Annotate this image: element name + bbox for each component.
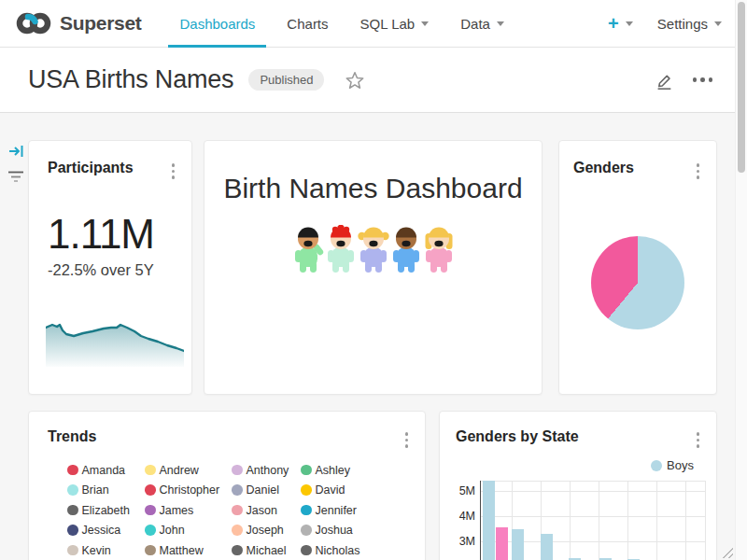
legend-dot <box>301 525 312 536</box>
legend-item[interactable]: Jason <box>232 504 301 517</box>
settings-menu[interactable]: Settings <box>657 16 722 32</box>
nav-item-charts[interactable]: Charts <box>275 0 339 47</box>
published-badge[interactable]: Published <box>248 69 324 91</box>
legend-dot <box>145 505 156 516</box>
new-item-button[interactable]: + <box>608 14 633 33</box>
legend-item[interactable]: Nicholas <box>301 544 425 557</box>
legend-item[interactable]: Anthony <box>232 464 301 477</box>
bar-boys[interactable] <box>541 534 553 560</box>
legend-item[interactable]: Kevin <box>67 544 145 557</box>
legend-dot <box>145 465 156 476</box>
legend-item[interactable]: Jessica <box>67 524 145 537</box>
superset-logo[interactable]: Superset <box>15 10 141 36</box>
legend-item[interactable]: Brian <box>67 483 145 497</box>
card-genders: Genders <box>558 140 717 395</box>
legend-item[interactable]: Daniel <box>232 483 301 497</box>
nav-item-dashboards[interactable]: Dashboards <box>168 0 266 47</box>
infinity-logo-icon <box>15 10 52 36</box>
page-scrollbar <box>735 0 747 560</box>
more-options-kebab[interactable] <box>170 160 177 183</box>
superset-dashboard-screen: Superset Dashboards Charts SQL Lab Data … <box>0 0 747 560</box>
kid-blonde-pigtails-purple <box>358 225 389 277</box>
nav-menu: Dashboards Charts SQL Lab Data <box>163 0 519 47</box>
legend-item[interactable]: John <box>145 524 232 537</box>
legend-item[interactable]: Christopher <box>145 483 232 497</box>
legend-dot <box>232 484 243 496</box>
brand-name: Superset <box>60 12 141 35</box>
favorite-star-icon[interactable] <box>345 70 365 91</box>
legend-item[interactable]: James <box>145 504 232 517</box>
legend-dot <box>232 505 243 516</box>
page-title: USA Births Names <box>28 65 233 94</box>
nav-right: + Settings <box>608 14 722 33</box>
y-axis-tick: 3M <box>445 535 475 548</box>
chevron-down-icon <box>497 21 504 26</box>
legend-item[interactable]: David <box>301 483 425 497</box>
legend-item[interactable]: Michael <box>232 544 301 557</box>
legend-dot <box>145 545 156 556</box>
more-options-kebab[interactable] <box>695 428 702 452</box>
kids-row <box>204 225 542 277</box>
legend-item[interactable]: Matthew <box>145 544 232 557</box>
nav-item-data[interactable]: Data <box>449 0 515 47</box>
legend-dot <box>145 484 156 496</box>
legend-item[interactable]: Joshua <box>301 524 425 537</box>
legend-dot <box>232 545 243 556</box>
top-nav: Superset Dashboards Charts SQL Lab Data … <box>0 0 735 48</box>
bar-boys[interactable] <box>483 481 495 560</box>
legend-dot <box>651 460 662 471</box>
legend-dot <box>232 465 243 476</box>
legend-item[interactable]: Joseph <box>232 524 301 537</box>
arrow-right-to-bar-icon <box>8 144 25 159</box>
legend-item[interactable]: Jennifer <box>301 504 425 517</box>
legend-dot <box>67 484 78 496</box>
expand-filter-bar-button[interactable] <box>8 144 25 162</box>
edit-dashboard-button[interactable] <box>654 70 674 91</box>
filter-lines-icon <box>7 170 24 184</box>
genders-pie[interactable] <box>591 236 684 329</box>
legend-dot <box>301 484 312 496</box>
chart-title: Trends <box>48 428 96 445</box>
bar-boys[interactable] <box>512 529 524 560</box>
more-actions-ellipsis[interactable] <box>693 77 713 82</box>
legend-item[interactable]: Ashley <box>301 464 425 477</box>
card-trends: Trends AmandaAndrewAnthonyAshleyBrianChr… <box>28 411 426 560</box>
legend-dot <box>67 505 78 516</box>
legend-dot <box>301 505 312 516</box>
card-genders-by-state: Genders by State Boys 5M 4M 3M <box>439 411 717 560</box>
chevron-down-icon <box>421 21 429 26</box>
dashboard-header: USA Births Names Published <box>0 48 735 113</box>
trends-legend: AmandaAndrewAnthonyAshleyBrianChristophe… <box>67 464 425 560</box>
legend-dot <box>145 525 156 536</box>
card-participants: Participants 1.11M -22.5% over 5Y <box>28 140 192 395</box>
more-options-kebab[interactable] <box>695 160 702 183</box>
filter-icon[interactable] <box>7 170 24 188</box>
big-number-subheader: -22.5% over 5Y <box>48 261 191 279</box>
legend-item[interactable]: Amanda <box>67 464 145 477</box>
nav-item-sql-lab[interactable]: SQL Lab <box>349 0 441 47</box>
scrollbar-thumb[interactable] <box>738 2 745 173</box>
legend-dot <box>67 465 78 476</box>
chevron-down-icon <box>714 21 722 26</box>
more-options-kebab[interactable] <box>403 428 411 452</box>
big-number-value: 1.11M <box>48 211 191 258</box>
legend-item[interactable]: Elizabeth <box>67 504 145 517</box>
gbs-plot <box>480 481 706 560</box>
markdown-heading: Birth Names Dashboard <box>204 173 542 204</box>
legend-dot <box>67 545 78 556</box>
legend-item-boys[interactable]: Boys <box>651 458 694 472</box>
card-markdown: Birth Names Dashboard <box>204 140 543 395</box>
chevron-down-icon <box>626 21 633 26</box>
bar-girls[interactable] <box>496 527 508 560</box>
y-axis-tick: 4M <box>445 510 475 523</box>
legend-dot <box>301 545 312 556</box>
kid-blonde-long-pink <box>423 225 455 277</box>
legend-item[interactable]: Andrew <box>145 464 232 477</box>
legend-dot <box>232 525 243 536</box>
chart-title: Participants <box>48 160 134 176</box>
dashboard-canvas: Participants 1.11M -22.5% over 5Y <box>0 113 747 560</box>
kid-brown-hair-blue <box>390 225 422 277</box>
trendline-sparkline[interactable] <box>46 316 184 367</box>
chart-title: Genders <box>573 160 634 176</box>
kid-red-hair-mint <box>325 225 357 277</box>
